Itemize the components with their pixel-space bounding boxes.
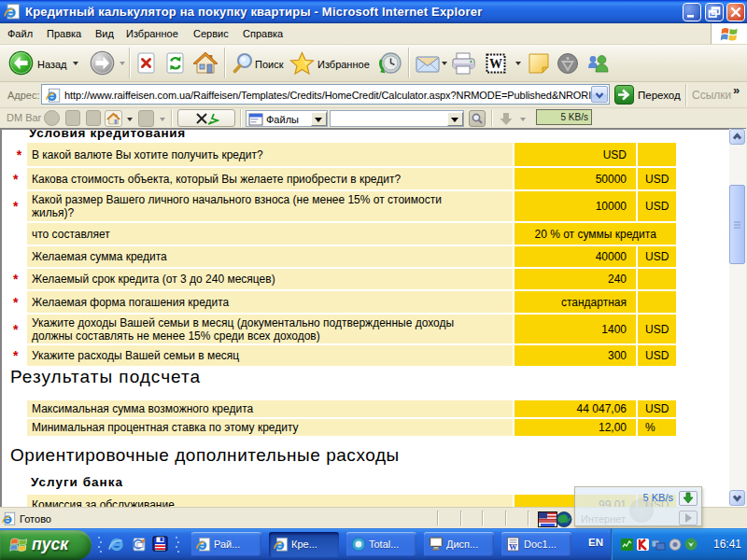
svg-text:W: W [489, 57, 502, 71]
svg-text:W: W [509, 542, 517, 552]
